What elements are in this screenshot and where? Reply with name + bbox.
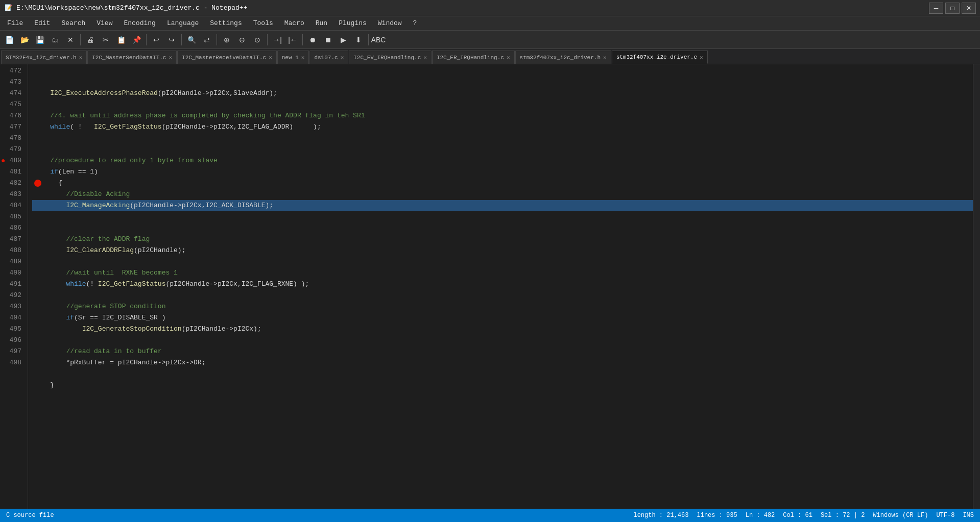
macro-record-button[interactable]: ⏺ [305, 33, 320, 47]
line-number: 476 [2, 110, 23, 121]
toolbar-separator-7 [368, 34, 369, 45]
tab-label-stm32-h: stm32f407xx_i2c_driver.h [520, 55, 601, 61]
menu-view[interactable]: View [91, 18, 117, 29]
line-number: 482 [2, 178, 23, 189]
right-scrollbar[interactable] [973, 64, 980, 509]
tab-stm32f4x[interactable]: STM32F4x_i2c_driver.h ✕ [1, 51, 87, 64]
minimize-button[interactable]: ─ [929, 3, 943, 14]
tab-master-send[interactable]: I2C_MasterSendDataIT.c ✕ [87, 51, 177, 64]
tab-master-recv[interactable]: I2C_MasterReceiveDataIT.c ✕ [177, 51, 277, 64]
menu-settings[interactable]: Settings [205, 18, 247, 29]
line-number: 478 [2, 133, 23, 144]
indent-button[interactable]: →| [270, 33, 284, 47]
code-line: //generate STOP condition [32, 301, 973, 312]
code-line: while( ! I2C_GetFlagStatus(pI2CHandle->p… [32, 121, 973, 133]
status-encoding: UTF-8 [936, 512, 954, 519]
find-button[interactable]: 🔍 [184, 33, 199, 47]
close-button[interactable]: ✕ [962, 3, 976, 14]
line-number: 486 [2, 222, 23, 234]
line-number: 491 [2, 279, 23, 290]
paste-button[interactable]: 📌 [129, 33, 144, 47]
restore-zoom-button[interactable]: ⊙ [250, 33, 265, 47]
menu-language[interactable]: Language [162, 18, 204, 29]
tab-close-master-recv[interactable]: ✕ [269, 54, 272, 61]
code-line: if(Sr == I2C_DISABLE_SR ) [32, 312, 973, 324]
maximize-button[interactable]: □ [945, 3, 960, 14]
tab-close-er-irq[interactable]: ✕ [507, 54, 510, 61]
toolbar-separator-3 [181, 34, 182, 45]
close-button-tb[interactable]: ✕ [63, 33, 78, 47]
macro-save-button[interactable]: ⬇ [351, 33, 366, 47]
status-sel: Sel : 72 | 2 [821, 512, 865, 519]
code-line [32, 335, 973, 346]
print-button[interactable]: 🖨 [83, 33, 98, 47]
zoom-in-button[interactable]: ⊕ [220, 33, 234, 47]
toolbar-separator-4 [217, 34, 217, 45]
zoom-out-button[interactable]: ⊖ [235, 33, 249, 47]
menu-macro[interactable]: Macro [279, 18, 309, 29]
tab-ds107[interactable]: ds107.c ✕ [309, 51, 348, 64]
code-line: I2C_ExecuteAddressPhaseRead(pI2CHandle->… [32, 88, 973, 99]
menu-search[interactable]: Search [56, 18, 90, 29]
macro-play-button[interactable]: ▶ [336, 33, 350, 47]
tab-stm32-h[interactable]: stm32f407xx_i2c_driver.h ✕ [515, 51, 611, 64]
menu-bar: File Edit Search View Encoding Language … [0, 16, 980, 31]
code-line: //clear the ADDR flag [32, 234, 973, 245]
new-button[interactable]: 📄 [2, 33, 16, 47]
tab-er-irq[interactable]: I2C_ER_IRQHandling.c ✕ [432, 51, 515, 64]
tab-close-stm32-c[interactable]: ✕ [700, 54, 703, 61]
menu-file[interactable]: File [2, 18, 28, 29]
tab-close-stm32f4x[interactable]: ✕ [79, 54, 83, 61]
line-number: 475 [2, 99, 23, 110]
menu-encoding[interactable]: Encoding [118, 18, 160, 29]
code-line [32, 368, 973, 380]
tab-close-new1[interactable]: ✕ [301, 54, 305, 61]
unindent-button[interactable]: |← [285, 33, 300, 47]
code-line: I2C_GenerateStopCondition(pI2CHandle->pI… [32, 324, 973, 335]
open-button[interactable]: 📂 [17, 33, 32, 47]
code-line: //4. wait until address phase is complet… [32, 110, 973, 121]
code-line: //procedure to read only 1 byte from sla… [32, 155, 973, 166]
save-all-button[interactable]: 🗂 [48, 33, 62, 47]
menu-run[interactable]: Run [310, 18, 332, 29]
toolbar: 📄 📂 💾 🗂 ✕ 🖨 ✂ 📋 📌 ↩ ↪ 🔍 ⇄ ⊕ ⊖ ⊙ →| |← ⏺ … [0, 31, 980, 49]
code-line: if(Len == 1) [32, 166, 973, 178]
status-col: Col : 61 [783, 512, 812, 519]
tab-close-ev-irq[interactable]: ✕ [423, 54, 427, 61]
menu-edit[interactable]: Edit [29, 18, 55, 29]
code-editor[interactable]: I2C_ExecuteAddressPhaseRead(pI2CHandle->… [28, 64, 973, 509]
menu-window[interactable]: Window [373, 18, 407, 29]
window-title: E:\MCU1\Workspace\new\stm32f407xx_i2c_dr… [16, 4, 247, 12]
line-number: 495 [2, 324, 23, 335]
tab-close-master-send[interactable]: ✕ [169, 54, 172, 61]
line-number: 492 [2, 290, 23, 301]
line-number: 483 [2, 189, 23, 200]
abc-button[interactable]: ABC [371, 33, 386, 47]
menu-tools[interactable]: Tools [248, 18, 278, 29]
line-number: 494 [2, 312, 23, 324]
menu-help[interactable]: ? [408, 18, 422, 29]
tab-close-stm32-h[interactable]: ✕ [603, 54, 607, 61]
cut-button[interactable]: ✂ [99, 33, 113, 47]
tab-stm32-c[interactable]: stm32f407xx_i2c_driver.c ✕ [612, 51, 708, 64]
menu-plugins[interactable]: Plugins [333, 18, 372, 29]
app-icon: 📝 [4, 4, 12, 12]
copy-button[interactable]: 📋 [114, 33, 128, 47]
save-button[interactable]: 💾 [33, 33, 47, 47]
tab-ev-irq[interactable]: I2C_EV_IRQHandling.c ✕ [349, 51, 432, 64]
code-line: I2C_ClearADDRFlag(pI2CHandle); [32, 245, 973, 256]
macro-stop-button[interactable]: ⏹ [321, 33, 335, 47]
undo-button[interactable]: ↩ [149, 33, 163, 47]
code-line: { [32, 178, 973, 189]
title-controls[interactable]: ─ □ ✕ [929, 3, 976, 14]
tab-close-ds107[interactable]: ✕ [341, 54, 344, 61]
tab-label-ev-irq: I2C_EV_IRQHandling.c [353, 55, 421, 61]
tab-new1[interactable]: new 1 ✕ [277, 51, 309, 64]
redo-button[interactable]: ↪ [164, 33, 179, 47]
status-bar: C source file length : 21,463 lines : 93… [0, 509, 980, 522]
find-replace-button[interactable]: ⇄ [200, 33, 214, 47]
editor-area: 4724734744754764774784794804814824834844… [0, 64, 980, 509]
tab-label-stm32-c: stm32f407xx_i2c_driver.c [616, 54, 697, 60]
line-numbers: 4724734744754764774784794804814824834844… [0, 64, 28, 509]
tab-label-master-recv: I2C_MasterReceiveDataIT.c [182, 55, 266, 61]
